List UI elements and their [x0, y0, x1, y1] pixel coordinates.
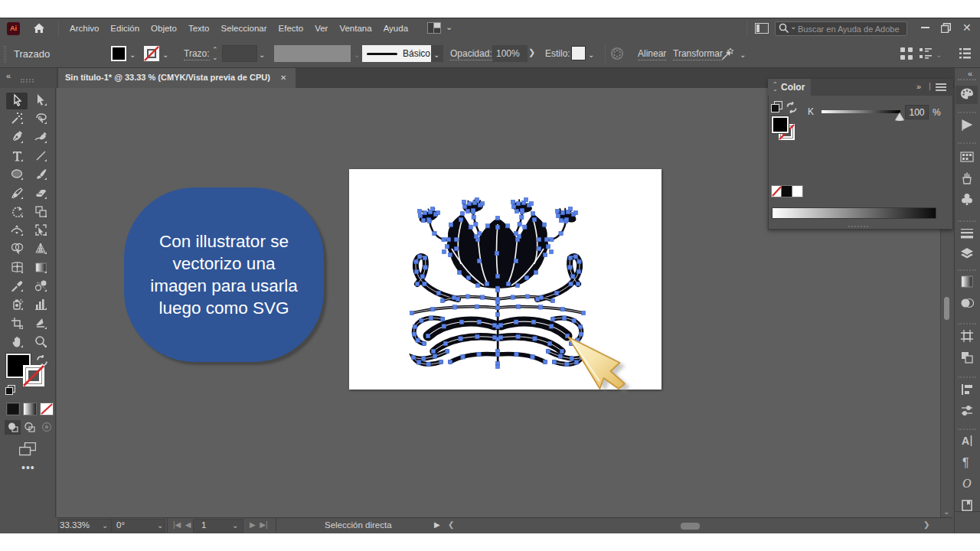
- svg-text:¶: ¶: [962, 456, 969, 469]
- svg-text:O: O: [962, 477, 972, 490]
- svg-text:A: A: [962, 435, 969, 447]
